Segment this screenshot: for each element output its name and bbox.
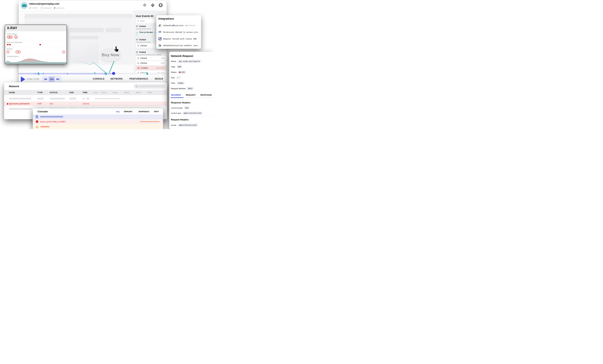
event-visited[interactable]: Visited xyxy=(136,38,146,41)
session-browser-meta xyxy=(41,7,52,9)
event-card-label: 3 Clicks xyxy=(141,67,148,69)
waterfall-tick: 50ms xyxy=(147,91,152,94)
github-icon[interactable] xyxy=(159,3,163,7)
console-tab-errors[interactable]: ERRORS xyxy=(124,110,132,113)
skip-interval-value[interactable]: 10s xyxy=(49,77,55,82)
response-headers-title: Response Headers xyxy=(171,101,191,104)
timeline-event-tick[interactable] xyxy=(43,73,43,74)
skeleton-cell xyxy=(86,98,89,99)
user-email: rebecca@openreplay.com xyxy=(29,2,59,5)
console-row-warning[interactable] xyxy=(33,124,163,129)
network-search-input[interactable] xyxy=(134,84,165,89)
event-card-clicked[interactable]: Clicked Color xyxy=(136,61,167,65)
field-name: Name api.ecom.xyz/search xyxy=(171,60,201,63)
play-button[interactable] xyxy=(21,77,25,82)
header-value: application/json xyxy=(182,111,203,115)
svg-text:!: ! xyxy=(17,51,17,53)
header-label: content-type xyxy=(171,112,181,114)
timeline-page-marker[interactable] xyxy=(105,72,107,75)
xray-panel: X-RAY Click Rage 4xx-5xx Network Errors … xyxy=(5,25,67,64)
console-tab-info[interactable]: INFO xyxy=(154,110,159,113)
skip-forward-icon xyxy=(56,78,59,80)
tab-headers[interactable]: HEADERS xyxy=(171,94,181,96)
divider xyxy=(5,54,67,55)
event-card-target: Quantity + xyxy=(156,67,165,69)
event-path: /category/wearable xyxy=(136,28,151,30)
network-request-title: Network Request xyxy=(171,55,193,58)
cell-status: 422 xyxy=(50,102,53,105)
timeline-page-marker[interactable] xyxy=(38,72,39,75)
tab-response[interactable]: RESPONSE xyxy=(200,94,212,96)
waterfall-tick: 10ms xyxy=(101,91,106,94)
column-size: SIZE xyxy=(69,91,74,94)
event-card-target: Size xyxy=(161,57,165,59)
console-tab-all[interactable]: ALL xyxy=(116,110,120,113)
field-value: XHR xyxy=(176,65,182,68)
skeleton-cell xyxy=(37,98,44,99)
integration-row-sentry[interactable]: UnhandledRejection: Non-Error... xyxy=(156,22,201,29)
tab-network[interactable]: NETWORK xyxy=(110,77,123,80)
user-events-title: User Events 62 xyxy=(136,15,153,18)
header-content-type: content-type application/json xyxy=(171,111,203,115)
datadog-icon xyxy=(158,37,162,41)
visited-icon xyxy=(136,39,138,41)
console-row-error[interactable]: ! ecom.xyz/a213qh.js:123987 xyxy=(33,119,163,124)
network-table-row-error[interactable]: api.ecom.xyz/search XHR 422 -- 119 ms xyxy=(4,101,167,106)
tab-console[interactable]: CONSOLE xyxy=(93,77,104,80)
click-rage-label: Click Rage xyxy=(7,33,17,35)
timeline-page-marker[interactable] xyxy=(147,72,148,75)
meta-skeleton-bar xyxy=(56,8,65,9)
event-visited[interactable]: Visited xyxy=(136,25,146,27)
skeleton-cell xyxy=(82,98,85,99)
tab-performance[interactable]: PERFORMANCE xyxy=(129,77,148,80)
timeline-event-tick[interactable] xyxy=(67,73,68,74)
integration-error-text: Permission denied to access pro... xyxy=(163,31,199,33)
jira-icon[interactable] xyxy=(151,3,155,7)
event-type-label: Visited xyxy=(139,38,146,41)
openreplay-composite: rebecca@openreplay.com xyxy=(0,0,214,129)
timeline-event-tick[interactable] xyxy=(35,73,35,74)
column-name: NAME xyxy=(9,91,15,94)
integration-row-quotes[interactable]: Permission denied to access pro... xyxy=(156,29,201,35)
header-value: 642 xyxy=(184,106,190,110)
waterfall-tick: 0ms xyxy=(94,91,98,94)
elastic-icon xyxy=(158,44,162,47)
field-type: Type XHR xyxy=(171,65,182,68)
avatar xyxy=(21,2,28,9)
cell-time: 119 ms xyxy=(82,102,89,105)
integrations-panel: Integrations UnhandledRejection: Non-Err… xyxy=(156,15,201,49)
integrations-title: Integrations xyxy=(158,17,174,20)
timeline-event-tick[interactable] xyxy=(104,73,104,74)
timeline-playhead[interactable] xyxy=(112,72,115,75)
tab-request[interactable]: REQUEST xyxy=(186,94,196,96)
player-timeline[interactable]: “ xyxy=(19,72,167,75)
console-tab-warnings[interactable]: WARNINGS xyxy=(139,110,150,113)
network-table-header: NAME TYPE STATUS SIZE TIME 0ms 10ms 20ms… xyxy=(4,90,167,95)
field-size: Size -- xyxy=(171,76,181,79)
console-row-info[interactable]: i xyxy=(33,114,163,119)
integration-error-text: Unhandledrejection handler rece.. xyxy=(163,44,199,47)
network-errors-label: 4xx-5xx Network xyxy=(7,41,22,44)
quotes-icon xyxy=(158,31,162,34)
skip-back-button[interactable] xyxy=(43,77,49,82)
location-pin-icon xyxy=(54,7,56,9)
skip-forward-button[interactable] xyxy=(55,77,61,82)
performance-label: Performance xyxy=(7,55,19,57)
integration-row-elastic[interactable]: Unhandledrejection handler rece.. xyxy=(156,42,201,49)
skeleton-cell xyxy=(50,98,65,99)
field-status: Status 422 xyxy=(171,71,186,74)
event-type-label: Visited xyxy=(139,25,146,27)
integration-row-datadog[interactable]: Request failed with status 500 xyxy=(156,35,201,42)
tab-redux[interactable]: REDUX xyxy=(155,77,163,80)
event-card-rage-clicks[interactable]: 3 Clicks Quantity + xyxy=(136,66,167,70)
event-card-label: Clicked xyxy=(140,62,147,64)
slack-icon[interactable] xyxy=(143,3,147,7)
event-card-clicked[interactable]: Clicked Size xyxy=(136,56,167,60)
header-content-length: content-length 642 xyxy=(171,106,190,110)
click-hand-icon xyxy=(137,57,139,59)
event-visited[interactable]: Visited xyxy=(136,51,146,53)
log-skeleton-bar xyxy=(40,116,63,117)
warning-triangle-icon xyxy=(36,125,38,128)
cell-size: -- xyxy=(69,102,71,105)
search-skeleton-bar xyxy=(139,86,163,87)
